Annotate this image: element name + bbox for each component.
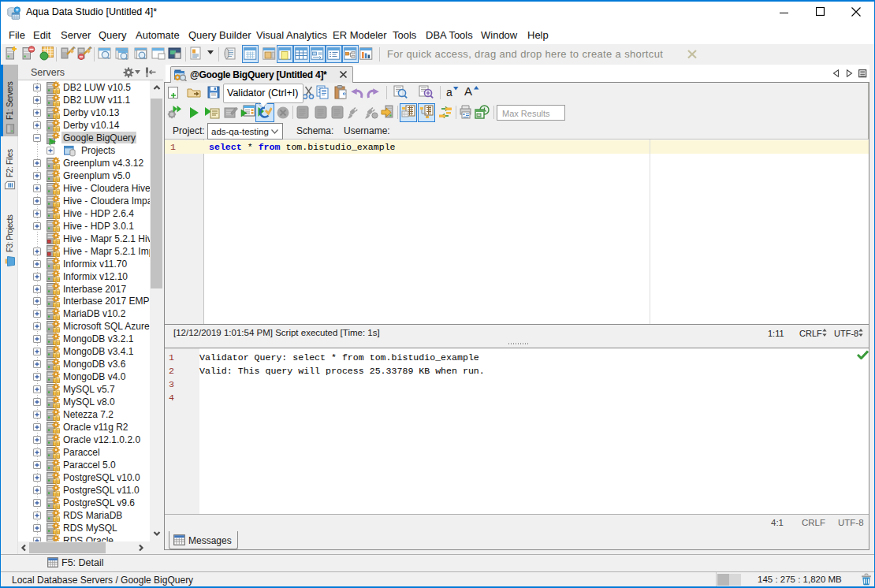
- svg-text:12: 12: [478, 114, 481, 117]
